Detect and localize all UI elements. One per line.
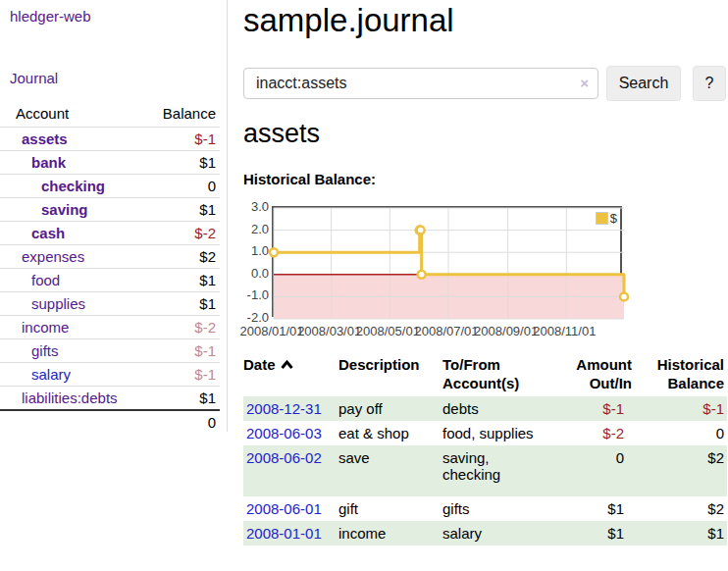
sidebar: hledger-web Journal Account Balance asse… [0,0,227,571]
account-balance: 0 [135,175,220,198]
transaction-balance: $2 [632,445,727,496]
transaction-amount: $1 [558,521,632,545]
chart-plot-area: $ [272,206,622,317]
transaction-accounts: saving, checking [442,445,558,496]
account-row: supplies$1 [0,292,220,316]
register-col-balance: Historical Balance [632,351,727,396]
search-input[interactable] [243,68,598,99]
transaction-amount: $-2 [558,421,632,445]
register-row: 2008-06-01 gift gifts $1 $2 [243,496,727,521]
account-link-income[interactable]: income [22,319,69,336]
transaction-description: pay off [338,396,442,421]
account-row: gifts$-1 [0,339,220,363]
account-link-cash[interactable]: cash [31,225,65,241]
help-button[interactable]: ? [693,66,726,101]
accounts-total-value: 0 [135,410,220,434]
nav-journal-link[interactable]: Journal [10,70,58,86]
account-link-supplies[interactable]: supplies [31,295,85,312]
brand-link[interactable]: hledger-web [10,8,91,25]
y-tick-label: 1.0 [243,244,269,257]
y-tick-label: 2.0 [243,223,269,235]
transaction-amount: $1 [558,496,632,521]
sidebar-divider [227,0,228,432]
transaction-balance: $1 [632,521,727,545]
chart-title: Historical Balance: [243,171,376,187]
account-link-assets[interactable]: assets [22,130,68,147]
register-header-row: Date Description To/From Account(s) Amou… [243,351,727,396]
y-tick-label: -1.0 [243,288,269,301]
transaction-accounts: food, supplies [442,421,558,445]
chart-legend: $ [596,211,617,226]
account-balance: $-1 [135,363,220,387]
transaction-date-link[interactable]: 2008-06-01 [246,500,322,517]
transaction-balance: 0 [632,421,727,445]
transaction-accounts: gifts [442,496,558,521]
search-bar: × Search ? [243,66,728,103]
account-heading: assets [243,119,320,149]
account-balance: $-2 [135,316,220,339]
account-balance: $-2 [135,222,220,245]
x-tick-label: 2008/05/01 [356,324,420,338]
register-col-amount: Amount Out/In [558,351,632,396]
account-row: income$-2 [0,316,220,339]
transaction-balance: $-1 [632,396,727,421]
account-link-expenses[interactable]: expenses [22,248,84,265]
account-link-salary[interactable]: salary [31,366,71,383]
account-row: saving$1 [0,198,220,222]
x-tick-label: 2008/03/01 [297,324,361,338]
accounts-col-account: Account [0,102,135,128]
x-tick-label: 2008/01/01 [239,324,303,338]
search-box: × [243,68,598,99]
transaction-description: eat & shop [338,421,442,445]
register-table: Date Description To/From Account(s) Amou… [243,351,727,545]
transaction-date-link[interactable]: 2008-06-03 [246,425,322,441]
accounts-table: Account Balance assets$-1 bank$1 checkin… [0,102,220,434]
account-balance: $2 [135,245,220,269]
sort-asc-icon [280,355,294,374]
historical-balance-chart: 3.02.01.00.0-1.0-2.0 $ 2008/01/012008/03… [243,192,728,344]
y-tick-label: 0.0 [243,267,269,280]
register-row: 2008-06-02 save saving, checking 0 $2 [243,445,727,496]
page-title: sample.journal [243,2,454,39]
transaction-date-link[interactable]: 2008-12-31 [246,400,322,417]
account-balance: $-1 [135,339,220,363]
account-balance: $1 [135,292,220,316]
transaction-description: income [338,521,442,545]
transaction-accounts: debts [442,396,558,421]
register-row: 2008-01-01 income salary $1 $1 [243,521,727,545]
transaction-amount: $-1 [558,396,632,421]
account-row: expenses$2 [0,245,220,269]
transaction-accounts: salary [442,521,558,545]
y-tick-label: 3.0 [243,200,269,213]
main-content: sample.journal × Search ? assets Histori… [243,0,728,571]
account-row: liabilities:debts$1 [0,387,220,411]
accounts-header-row: Account Balance [0,102,220,128]
accounts-total-row: 0 [0,410,220,434]
register-row: 2008-06-03 eat & shop food, supplies $-2… [243,421,727,445]
register-col-date[interactable]: Date [243,351,338,396]
account-row: cash$-2 [0,222,220,245]
account-link-liabilities-debts[interactable]: liabilities:debts [22,389,118,406]
account-link-saving[interactable]: saving [41,201,88,218]
transaction-date-link[interactable]: 2008-01-01 [246,525,322,542]
account-link-food[interactable]: food [31,272,60,288]
x-tick-label: 2008/07/01 [414,324,478,338]
account-link-bank[interactable]: bank [31,154,66,171]
register-col-description: Description [338,351,442,396]
register-row: 2008-12-31 pay off debts $-1 $-1 [243,396,727,421]
account-row: food$1 [0,269,220,292]
transaction-description: gift [338,496,442,521]
y-tick-label: -2.0 [243,311,269,324]
search-button[interactable]: Search [606,66,681,101]
legend-swatch-icon [596,212,608,225]
transaction-date-link[interactable]: 2008-06-02 [246,449,322,466]
account-link-gifts[interactable]: gifts [31,342,59,359]
legend-label: $ [610,211,617,226]
account-row: salary$-1 [0,363,220,387]
register-col-accounts: To/From Account(s) [442,351,558,396]
account-link-checking[interactable]: checking [41,178,105,194]
clear-search-icon[interactable]: × [580,75,589,92]
account-balance: $1 [135,387,220,411]
account-row: checking0 [0,175,220,198]
x-tick-label: 2008/11/01 [533,324,596,338]
